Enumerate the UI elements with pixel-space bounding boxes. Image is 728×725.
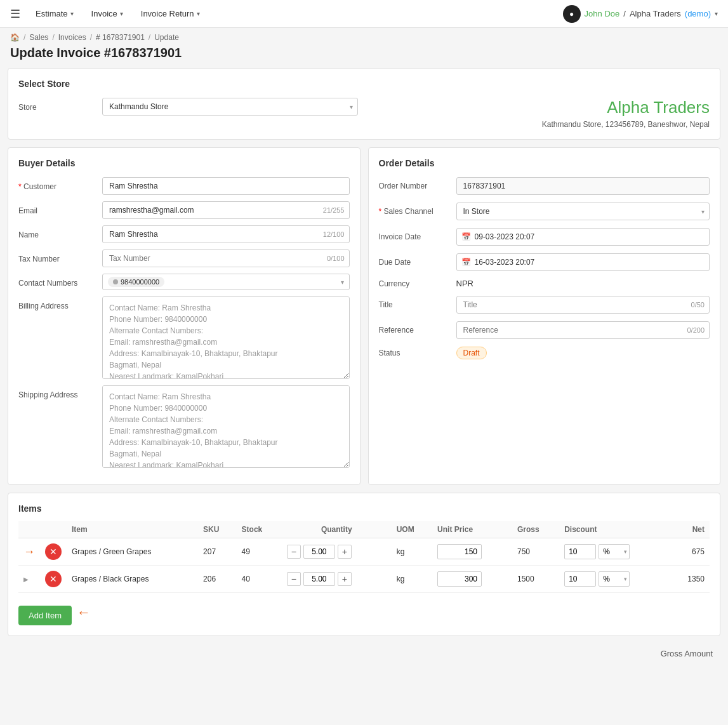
add-item-button[interactable]: Add Item — [18, 606, 72, 625]
col-net: Net — [670, 521, 710, 538]
table-row: → ✕ Grapes / Green Grapes 207 49 − + kg — [18, 538, 710, 566]
breadcrumb-update: Update — [154, 33, 179, 42]
status-badge: Draft — [456, 347, 487, 359]
nav-invoice[interactable]: Invoice ▾ — [89, 9, 126, 18]
row2-delete-button[interactable]: ✕ — [45, 571, 62, 587]
col-stock: Stock — [237, 521, 282, 538]
company-address: Kathmandu Store, 123456789, Baneshwor, N… — [371, 120, 710, 129]
name-label: Name — [18, 225, 95, 239]
sales-channel-label: Sales Channel — [379, 207, 449, 216]
row2-discount-unit-select[interactable]: % Flat — [599, 571, 630, 587]
avatar: ● — [563, 5, 581, 23]
order-details-title: Order Details — [379, 158, 710, 168]
store-select[interactable]: Kathmandu Store — [102, 98, 358, 116]
breadcrumb-invoice-number[interactable]: # 1678371901 — [96, 33, 145, 42]
name-count: 12/100 — [323, 230, 345, 238]
invoice-date-input[interactable] — [456, 228, 710, 246]
col-unit-price: Unit Price — [432, 521, 512, 538]
row2-discount-input[interactable] — [564, 571, 596, 587]
row1-uom: kg — [392, 538, 432, 566]
billing-address-label: Billing Address — [18, 296, 95, 310]
store-left: Store Kathmandu Store ▾ — [18, 98, 358, 122]
nav-invoice-return[interactable]: Invoice Return ▾ — [138, 9, 202, 18]
invoice-date-label: Invoice Date — [379, 232, 449, 241]
row2-expand[interactable]: ▶ — [18, 566, 40, 593]
email-label: Email — [18, 201, 95, 215]
contact-chevron-icon: ▾ — [341, 279, 344, 286]
tax-number-label: Tax Number — [18, 249, 95, 263]
row2-delete-cell: ✕ — [40, 566, 67, 593]
contact-dot — [113, 279, 118, 284]
row1-unit-price-cell — [432, 538, 512, 566]
title-input[interactable] — [456, 296, 710, 314]
currency-value: NPR — [456, 279, 473, 288]
row1-unit-price-input[interactable] — [437, 544, 482, 559]
title-count: 0/50 — [691, 301, 705, 309]
row2-stock: 40 — [237, 566, 282, 593]
order-number-input[interactable] — [456, 177, 710, 195]
contact-numbers-label: Contact Numbers — [18, 274, 95, 288]
row2-quantity-cell: − + — [282, 566, 392, 593]
breadcrumb-sales[interactable]: Sales — [29, 33, 48, 42]
reference-label: Reference — [379, 326, 449, 335]
store-section: Select Store Store Kathmandu Store ▾ Alp… — [8, 68, 720, 140]
row1-item: Grapes / Green Grapes — [67, 538, 198, 566]
home-icon[interactable]: 🏠 — [10, 33, 20, 42]
reference-input[interactable] — [456, 321, 710, 339]
title-label: Title — [379, 300, 449, 309]
row1-qty-decrease[interactable]: − — [287, 545, 301, 559]
add-item-arrow-icon: ← — [77, 604, 91, 621]
row1-qty-increase[interactable]: + — [338, 545, 352, 559]
estimate-chevron-icon: ▾ — [70, 10, 74, 17]
order-details: Order Details Order Number Sales Channel… — [368, 147, 721, 485]
row1-delete-cell: ✕ — [40, 538, 67, 566]
row1-gross: 750 — [512, 538, 559, 566]
buyer-details: Buyer Details Customer Email 21/255 Name… — [8, 147, 361, 485]
email-count: 21/255 — [323, 206, 345, 214]
customer-input[interactable] — [102, 177, 350, 195]
row1-net: 675 — [670, 538, 710, 566]
row1-discount-unit-select[interactable]: % Flat — [599, 544, 630, 559]
row1-expand: → — [18, 538, 40, 566]
row2-qty-increase[interactable]: + — [338, 572, 352, 586]
shipping-address-input[interactable]: Contact Name: Ram Shrestha Phone Number:… — [102, 385, 350, 468]
shipping-address-label: Shipping Address — [18, 385, 95, 399]
row1-discount-input[interactable] — [564, 544, 596, 559]
row1-qty-input[interactable] — [303, 545, 335, 559]
col-delete — [40, 521, 67, 538]
customer-label: Customer — [18, 177, 95, 191]
company-name: Alpha Traders — [371, 98, 710, 117]
row2-gross: 1500 — [512, 566, 559, 593]
name-input[interactable] — [102, 225, 350, 243]
sales-channel-select[interactable]: In Store — [456, 203, 710, 220]
user-menu[interactable]: ● John Doe / Alpha Traders (demo) ▾ — [563, 5, 718, 23]
currency-label: Currency — [379, 279, 449, 288]
row1-sku: 207 — [198, 538, 237, 566]
row2-unit-price-input[interactable] — [437, 571, 482, 587]
row2-qty-input[interactable] — [303, 572, 335, 586]
order-number-label: Order Number — [379, 182, 449, 190]
row1-discount-cell: % Flat ▾ — [559, 538, 670, 566]
billing-address-input[interactable]: Contact Name: Ram Shrestha Phone Number:… — [102, 296, 350, 379]
menu-icon[interactable]: ☰ — [10, 7, 20, 21]
col-expand — [18, 521, 40, 538]
user-chevron-icon: ▾ — [715, 10, 718, 17]
invoice-date-calendar-icon: 📅 — [461, 232, 471, 241]
row2-uom: kg — [392, 566, 432, 593]
due-date-input[interactable] — [456, 253, 710, 271]
row2-item: Grapes / Black Grapes — [67, 566, 198, 593]
invoice-chevron-icon: ▾ — [120, 10, 123, 17]
breadcrumb: 🏠 / Sales / Invoices / # 1678371901 / Up… — [0, 28, 728, 43]
col-item: Item — [67, 521, 198, 538]
tax-number-input[interactable] — [102, 249, 350, 267]
gross-amount-label: Gross Amount — [661, 649, 713, 658]
store-label: Store — [18, 98, 95, 112]
nav-estimate[interactable]: Estimate ▾ — [33, 9, 76, 18]
due-date-label: Due Date — [379, 258, 449, 267]
tax-count: 0/100 — [327, 255, 345, 262]
row2-qty-decrease[interactable]: − — [287, 572, 301, 586]
breadcrumb-invoices[interactable]: Invoices — [58, 33, 86, 42]
email-input[interactable] — [102, 201, 350, 219]
contact-numbers-field[interactable]: 9840000000 ▾ — [102, 274, 350, 290]
row1-delete-button[interactable]: ✕ — [45, 543, 62, 560]
